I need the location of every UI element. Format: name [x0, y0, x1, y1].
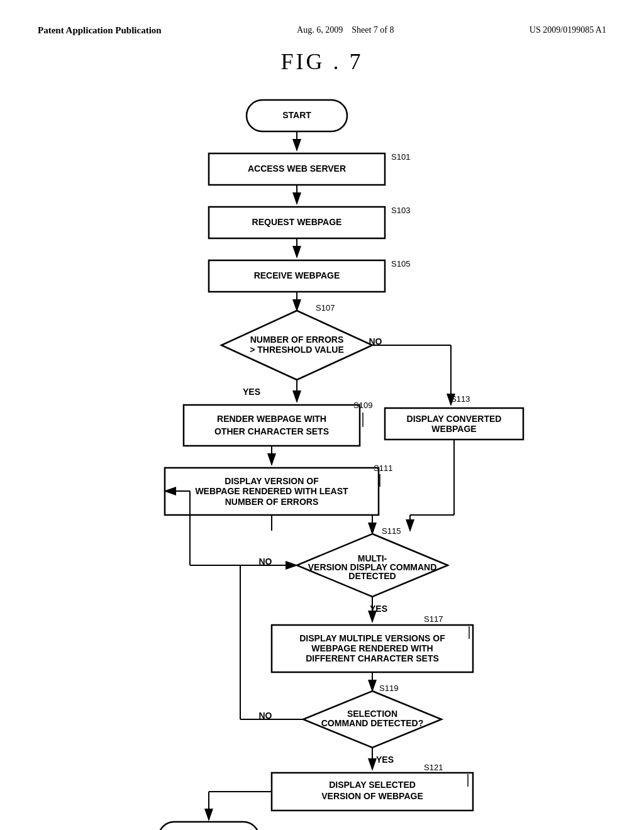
s111-label-3: NUMBER OF ERRORS: [225, 497, 319, 507]
s119-label-2: COMMAND DETECTED?: [321, 718, 424, 728]
s109-label-2: OTHER CHARACTER SETS: [214, 426, 329, 436]
s113-label-2: WEBPAGE: [431, 424, 476, 434]
s113-label-1: DISPLAY CONVERTED: [407, 414, 502, 424]
patent-number: US 2009/0199085 A1: [530, 25, 606, 35]
s109-step: S109: [353, 401, 372, 410]
sheet-label: Sheet 7 of 8: [352, 25, 394, 35]
s113-step: S113: [451, 394, 470, 404]
s107-yes-label: YES: [243, 387, 260, 397]
s103-label: REQUEST WEBPAGE: [252, 217, 342, 227]
s117-step: S117: [424, 614, 443, 624]
s109-node: [184, 405, 360, 446]
publication-label: Patent Application Publication: [38, 25, 162, 35]
flowchart-svg: START ACCESS WEB SERVER S101 REQUEST WEB…: [102, 94, 542, 811]
patent-page: Patent Application Publication Aug. 6, 2…: [0, 0, 644, 830]
s121-label-2: VERSION OF WEBPAGE: [321, 791, 423, 801]
s101-label: ACCESS WEB SERVER: [248, 163, 346, 174]
s115-step: S115: [382, 526, 401, 536]
s119-label-1: SELECTION: [347, 709, 397, 719]
s115-label-3: DETECTED: [348, 571, 396, 581]
header-center: Aug. 6, 2009 Sheet 7 of 8: [297, 25, 394, 35]
end-node: [158, 822, 259, 830]
s111-label-1: DISPLAY VERSION OF: [225, 476, 319, 486]
s109-label-1: RENDER WEBPAGE WITH: [217, 414, 326, 424]
s101-step: S101: [391, 152, 410, 162]
s105-label: RECEIVE WEBPAGE: [254, 270, 340, 280]
s107-step: S107: [316, 303, 335, 313]
s119-yes-label: YES: [376, 755, 394, 765]
s107-label-1: NUMBER OF ERRORS: [250, 335, 344, 345]
date-label: Aug. 6, 2009: [297, 25, 343, 35]
page-header: Patent Application Publication Aug. 6, 2…: [38, 25, 606, 36]
s117-label-1: DISPLAY MULTIPLE VERSIONS OF: [299, 633, 445, 643]
s105-step: S105: [391, 259, 410, 268]
s107-label-2: > THRESHOLD VALUE: [250, 345, 343, 355]
s121-step: S121: [424, 763, 443, 772]
s111-step: S111: [374, 463, 392, 473]
s117-label-2: WEBPAGE RENDERED WITH: [311, 643, 433, 653]
s103-step: S103: [391, 206, 410, 215]
start-label: START: [282, 110, 311, 120]
s117-label-3: DIFFERENT CHARACTER SETS: [306, 653, 439, 663]
header-left: Patent Application Publication: [38, 25, 162, 36]
flowchart-diagram: START ACCESS WEB SERVER S101 REQUEST WEB…: [102, 94, 542, 813]
figure-title: FIG . 7: [38, 48, 606, 75]
s121-label-1: DISPLAY SELECTED: [329, 780, 416, 790]
s111-label-2: WEBPAGE RENDERED WITH LEAST: [195, 486, 348, 496]
s119-step: S119: [379, 683, 398, 693]
header-right: US 2009/0199085 A1: [530, 25, 606, 35]
